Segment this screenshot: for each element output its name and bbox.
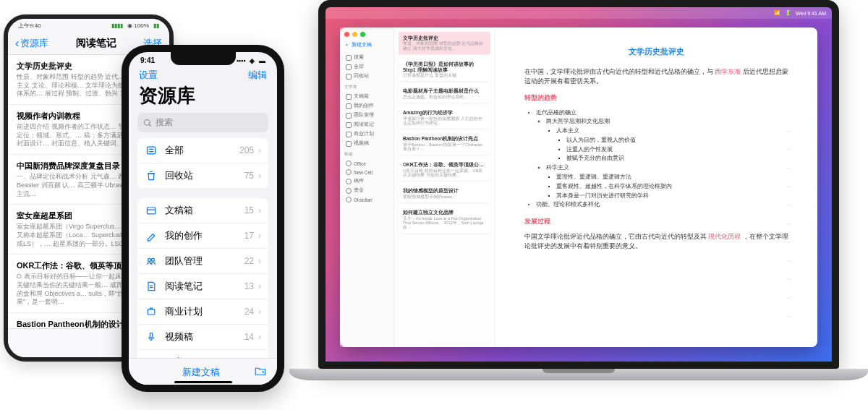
sidebar-heading: 文件夹 xyxy=(344,84,389,90)
people-icon xyxy=(145,255,158,268)
signal-icon: ▮▮▮▮ xyxy=(111,22,123,29)
search-input[interactable]: 搜索 xyxy=(137,113,268,132)
sidebar-heading: 标签 xyxy=(344,151,389,158)
trash-row[interactable]: 回收站 75 › xyxy=(137,163,268,188)
status-time: 9:41 xyxy=(140,56,155,64)
highlight: 现代化历程 xyxy=(708,233,741,240)
top-section: 全部 205 › 回收站 75 › xyxy=(137,138,268,188)
sidebar-tag[interactable]: New Cell xyxy=(344,168,389,176)
sidebar-tag[interactable]: Obsidian xyxy=(344,195,389,204)
highlight: 西学东渐 xyxy=(715,68,741,75)
status-time: 上午9:40 xyxy=(18,22,41,30)
folder-row[interactable]: 阅读笔记 13 › xyxy=(137,274,268,299)
svg-point-8 xyxy=(151,258,154,261)
folder-icon xyxy=(346,103,352,109)
close-button[interactable] xyxy=(344,32,349,37)
tag-icon xyxy=(346,197,352,202)
box-icon xyxy=(145,204,158,217)
row-label: 回收站 xyxy=(165,169,244,182)
sidebar-item-search[interactable]: 搜索 xyxy=(344,53,389,62)
battery-icon: ▮▮ xyxy=(153,22,159,29)
sidebar-item-all[interactable]: 全部 xyxy=(344,62,389,72)
mac-sidebar: ＋新建文稿 搜索 全部 回收站 文件夹 文稿箱我的创作团队管理阅读笔记商业计划视… xyxy=(340,27,394,347)
folder-row[interactable]: 视频稿 14 › xyxy=(137,325,268,350)
pen-icon xyxy=(145,229,158,242)
row-count: 17 xyxy=(244,231,254,241)
svg-rect-5 xyxy=(147,208,155,214)
sidebar-tag[interactable]: 稿件 xyxy=(344,176,389,186)
document-card[interactable]: OKR工作法：谷歌、领英等顶级公…O表示目标 好的目标让你一起床就… KR表示关… xyxy=(399,158,490,181)
folder-row[interactable]: 团队管理 22 › xyxy=(137,249,268,274)
new-document-button[interactable]: 新建文稿 xyxy=(139,366,220,379)
tag-icon xyxy=(346,188,352,194)
outline-markers: ——————————— xyxy=(787,121,794,325)
editor-heading: 发展过程 xyxy=(524,217,788,226)
row-label: 商业计划 xyxy=(165,305,244,318)
trash-icon xyxy=(346,74,352,80)
phone-front-device: 9:41 ▪▪▪▪ ◈ ▬ 设置 编辑 资源库 搜索 全部 205 › 回收站 … xyxy=(122,45,284,392)
sidebar-item[interactable]: 我的创作 xyxy=(344,101,389,111)
search-icon xyxy=(143,119,152,127)
document-card[interactable]: Bastion Pantheon机制的设计亮点源于Bastion，Bastion… xyxy=(399,132,490,155)
row-count: 24 xyxy=(244,307,254,317)
row-count: 14 xyxy=(244,332,254,342)
sidebar-item[interactable]: 阅读笔记 xyxy=(344,120,389,129)
folder-row[interactable]: 商业计划 24 › xyxy=(137,299,268,325)
folder-row[interactable]: 我的创作 17 › xyxy=(137,223,268,249)
tag-icon xyxy=(346,161,352,166)
macbook-device: 📶 🔋 Wed 9:41 AM ＋新建文稿 搜索 全部 回收站 文件夹 文稿箱我… xyxy=(289,0,868,380)
macbook-base xyxy=(289,369,868,380)
editor-pane[interactable]: 文学历史批评史 在中国，文学理论批评由古代向近代的转型和近代品格的确立，与 西学… xyxy=(495,27,817,347)
document-card[interactable]: 电影题材库子主题电影题材是什么怎么定选题、构造你的理论系统… xyxy=(399,85,490,103)
sidebar-item[interactable]: 商业计划 xyxy=(344,129,389,139)
settings-button[interactable]: 设置 xyxy=(139,69,158,82)
chevron-right-icon: › xyxy=(258,145,261,155)
note-icon xyxy=(145,280,158,293)
search-placeholder: 搜索 xyxy=(156,116,173,129)
status-bar: 上午9:40 ▮▮▮▮ ◉ 100% ▮▮ xyxy=(8,19,169,33)
row-count: 13 xyxy=(244,281,254,291)
new-folder-button[interactable] xyxy=(254,364,267,380)
document-card[interactable]: 文学历史批评史性质、对象和范围 转型的趋势 近代品格的确立 两大哲学思潮和文化… xyxy=(399,32,490,54)
mic-icon xyxy=(145,330,158,343)
row-label: 视频稿 xyxy=(165,330,244,343)
page-title: 资源库 xyxy=(129,83,277,113)
folder-icon xyxy=(346,122,352,128)
row-count: 75 xyxy=(244,171,254,181)
sidebar-tag[interactable]: 资金 xyxy=(344,186,389,195)
signal-icon: ▪▪▪▪ xyxy=(237,57,246,64)
folder-icon xyxy=(346,113,352,119)
folder-row[interactable]: 文稿箱 15 › xyxy=(137,198,268,223)
document-card[interactable]: 如何建立独立文化品牌关于：An Inside Look at a Flat Or… xyxy=(399,206,490,233)
sidebar-item-trash[interactable]: 回收站 xyxy=(344,72,389,81)
row-count: 15 xyxy=(244,205,254,215)
document-list: 文学历史批评史性质、对象和范围 转型的趋势 近代品格的确立 两大哲学思潮和文化…… xyxy=(394,27,495,347)
minimize-button[interactable] xyxy=(352,32,357,37)
back-button[interactable]: ‹ 资源库 xyxy=(15,37,48,50)
menubar-item[interactable]: 📶 xyxy=(774,10,780,16)
sidebar-item[interactable]: 文稿箱 xyxy=(344,92,389,101)
chevron-right-icon: › xyxy=(258,256,261,266)
tag-icon xyxy=(346,169,352,175)
document-card[interactable]: 《学历类日报》是如何讲故事的Step1 理解阅读故事日常读报是什么 复盘的关键… xyxy=(399,58,490,81)
wifi-icon: ◈ xyxy=(250,57,255,64)
document-card[interactable]: Amazing的行为经济学作者探讨第一部分的深度溯源 人们总给什么定如何行为理论… xyxy=(399,106,490,129)
edit-button[interactable]: 编辑 xyxy=(248,69,267,82)
svg-point-0 xyxy=(145,119,150,125)
row-label: 全部 xyxy=(165,144,239,157)
menubar-item[interactable]: Wed 9:41 AM xyxy=(796,11,826,16)
menubar-item[interactable]: 🔋 xyxy=(785,10,791,16)
sidebar-item[interactable]: 团队管理 xyxy=(344,111,389,120)
fullscreen-button[interactable] xyxy=(360,32,365,37)
chevron-right-icon: › xyxy=(258,205,261,215)
row-label: 阅读笔记 xyxy=(165,280,244,293)
document-card[interactable]: 我的情感模型的原型设计柔软情感模型示例的cases… xyxy=(399,184,490,202)
svg-rect-13 xyxy=(148,385,155,390)
folder-icon xyxy=(346,132,352,137)
all-row[interactable]: 全部 205 › xyxy=(137,138,268,163)
mac-screen: 📶 🔋 Wed 9:41 AM ＋新建文稿 搜索 全部 回收站 文件夹 文稿箱我… xyxy=(318,0,839,369)
sidebar-item[interactable]: 视频稿 xyxy=(344,139,389,148)
window-controls xyxy=(344,32,389,37)
sidebar-tag[interactable]: Office xyxy=(344,159,389,168)
new-document-button[interactable]: ＋新建文稿 xyxy=(344,41,389,48)
